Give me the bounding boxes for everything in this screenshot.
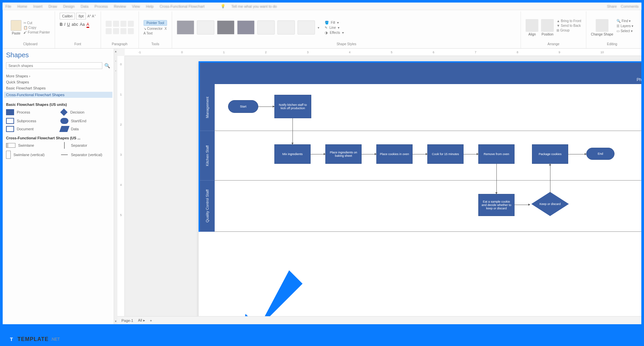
rotate-button[interactable] [128,28,134,34]
node-remove[interactable]: Remove from oven [478,144,515,164]
cat-cross-functional[interactable]: Cross-Functional Flowchart Shapes [4,92,112,98]
page-tab[interactable]: Page-1 [121,319,133,323]
menu-help[interactable]: Help [146,4,154,8]
layers-button[interactable]: ☰ Layers ▾ [616,24,633,28]
node-cook[interactable]: Cook for 15 minutes [427,144,464,164]
node-end[interactable]: End [586,148,614,160]
ribbon-shape-styles: ▾ 🪣 Fill ▾ ✎ Line ▾ ◑ Effects ▾ Shape St… [172,11,521,48]
menu-home[interactable]: Home [17,4,27,8]
menu-review[interactable]: Review [114,4,126,8]
valign-mid-button[interactable] [113,28,119,34]
menu-file[interactable]: File [5,4,11,8]
shape-swimlane[interactable]: Swimlane [6,142,56,149]
font-color-button[interactable]: A [87,22,89,28]
search-icon[interactable]: 🔍 [104,62,110,69]
menu-crossfunc[interactable]: Cross-Functional Flowchart [160,4,205,8]
ribbon-font: Calibri 8pt A^ A˅ B I U abc Aa A Font [55,11,101,48]
group-label: Tools [144,42,167,47]
valign-top-button[interactable] [106,28,112,34]
pointer-tool-button[interactable]: Pointer Tool [144,20,167,26]
effects-button[interactable]: ◑ Effects ▾ [325,31,343,34]
align-justify-button[interactable] [128,21,134,27]
strike-button[interactable]: abc [72,22,78,28]
bring-front-button[interactable]: ▲ Bring to Front [556,19,581,23]
align-right-button[interactable] [120,21,126,27]
style-preset-2[interactable] [197,20,214,34]
search-shapes-input[interactable] [6,62,102,69]
section-basic-flowchart: Basic Flowchart Shapes (US units) [6,102,110,107]
menu-insert[interactable]: Insert [33,4,43,8]
case-button[interactable]: Aa [80,22,85,28]
font-size-select[interactable]: 8pt [76,13,86,19]
style-preset-3[interactable] [217,20,234,34]
tell-me[interactable]: Tell me what you want to do [231,4,277,8]
bold-button[interactable]: B [60,22,63,28]
node-mix[interactable]: Mix ingredients [274,144,311,164]
style-preset-6[interactable] [277,20,295,34]
menu-process[interactable]: Process [95,4,108,8]
align-center-button[interactable] [113,21,119,27]
underline-button[interactable]: U [67,22,70,28]
cat-basic-flowchart[interactable]: Basic Flowchart Shapes [6,85,110,91]
cat-more-shapes[interactable]: More Shapes › [6,73,110,79]
align-left-button[interactable] [106,21,112,27]
node-start[interactable]: Start [228,100,258,113]
pane-scrollbar[interactable]: ▲‹‹▼ [114,49,117,324]
find-button[interactable]: 🔍 Find ▾ [616,19,633,23]
share-button[interactable]: Share [607,4,616,8]
position-button[interactable]: Position [541,19,554,36]
cat-quick-shapes[interactable]: Quick Shapes [6,79,110,85]
shape-subprocess[interactable]: Subprocess [6,118,56,124]
group-button[interactable]: ⊞ Group [556,28,581,32]
node-decide[interactable]: Keep or discard [530,191,570,217]
copy-button[interactable]: 📋 Copy [23,26,50,29]
shape-data[interactable]: Data [60,126,111,132]
format-painter-button[interactable]: 🖌 Format Painter [23,30,50,34]
align-button[interactable]: Align [526,19,538,36]
shape-decision[interactable]: Decision [60,109,111,116]
watermark-brand: T TEMPLATE.NET [7,335,60,343]
menu-view[interactable]: View [132,4,140,8]
node-notify[interactable]: Notify kitchen staff to kick off product… [274,95,311,118]
all-pages[interactable]: All ▸ [138,318,145,323]
select-button[interactable]: ▭ Select ▾ [616,29,633,33]
ribbon-clipboard: Paste ✂ Cut 📋 Copy 🖌 Format Painter Clip… [6,11,55,48]
cut-button[interactable]: ✂ Cut [23,21,50,25]
add-page-button[interactable]: + [150,319,152,323]
line-button[interactable]: ✎ Line ▾ [325,26,343,29]
node-oven[interactable]: Place cookies in oven [376,144,413,164]
group-label: Font [60,42,96,47]
style-preset-4[interactable] [237,20,255,34]
send-back-button[interactable]: ▼ Send to Back [556,24,581,27]
menu-design[interactable]: Design [63,4,74,8]
valign-bot-button[interactable] [120,28,126,34]
connector-tool-button[interactable]: ↘ Connector [144,27,163,30]
style-preset-5[interactable] [257,20,275,34]
node-place[interactable]: Place ingredients on baking sheet [325,144,362,164]
x-button[interactable]: X [165,27,167,30]
shape-swimlane-v[interactable]: Swimlane (vertical) [6,151,56,159]
comments-button[interactable]: Comments [621,4,639,8]
style-preset-7[interactable] [298,20,315,34]
text-tool-button[interactable]: A Text [144,31,153,35]
change-shape-button[interactable]: Change Shape [591,19,613,36]
node-sample[interactable]: Eat a sample cookie and decide whether t… [478,194,515,216]
section-cross-functional: Cross-Functional Flowchart Shapes (US ..… [6,136,110,140]
lane-title-kitchen: Kitchen Staff [200,131,215,181]
shape-process[interactable]: Process [6,109,56,116]
italic-button[interactable]: I [64,22,65,28]
fill-button[interactable]: 🪣 Fill ▾ [325,21,343,24]
group-label: Arrange [526,42,581,47]
ribbon: Paste ✂ Cut 📋 Copy 🖌 Format Painter Clip… [3,10,641,49]
menu-draw[interactable]: Draw [49,4,57,8]
node-package[interactable]: Package cookies [532,144,568,164]
style-preset-1[interactable] [177,20,194,34]
shape-separator-v[interactable]: Separator (vertical) [60,151,111,159]
font-name-select[interactable]: Calibri [60,13,75,19]
shape-separator[interactable]: Separator [60,142,111,149]
paste-button[interactable]: Paste [11,20,21,35]
drawing-canvas[interactable]: Phase Management Kitchen Staff Quality C… [125,56,641,316]
shape-document[interactable]: Document [6,126,56,132]
shape-startend[interactable]: Start/End [60,118,111,124]
menu-data[interactable]: Data [81,4,89,8]
